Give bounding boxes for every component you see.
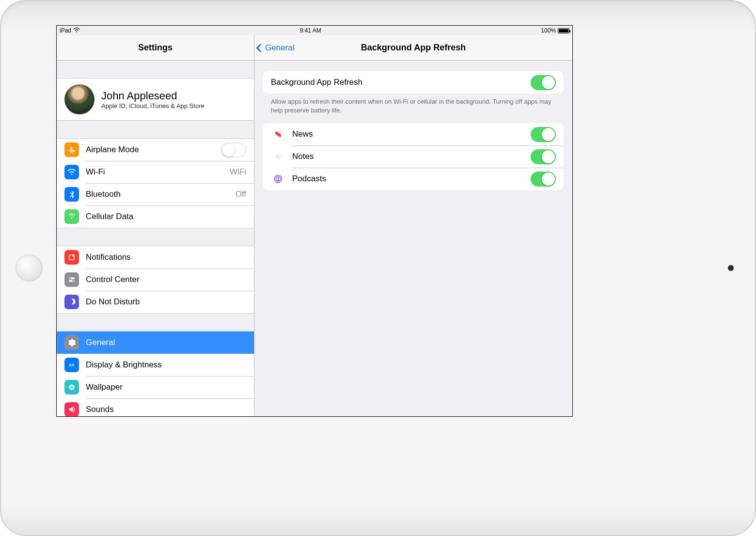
sidebar-item-cellular-data[interactable]: Cellular Data	[57, 205, 254, 228]
device-label: iPad	[60, 27, 71, 34]
sidebar-item-general[interactable]: General	[57, 331, 254, 354]
battery-percent: 100%	[541, 27, 556, 34]
sidebar-item-airplane-mode[interactable]: Airplane Mode	[57, 139, 254, 161]
svg-point-5	[73, 280, 74, 282]
svg-point-4	[70, 278, 71, 279]
app-label: Podcasts	[292, 174, 524, 184]
sidebar-item-label: Wi-Fi	[86, 167, 223, 177]
master-toggle-label: Background App Refresh	[271, 78, 524, 87]
sidebar-item-label: General	[86, 338, 246, 347]
sidebar-item-wallpaper[interactable]: Wallpaper	[57, 376, 254, 398]
gear-icon	[64, 335, 79, 350]
background-app-refresh-row: Background App Refresh	[263, 71, 564, 94]
battery-icon	[558, 28, 569, 33]
detail-pane: General Background App Refresh Backgroun…	[254, 35, 572, 416]
ipad-frame: iPad 9:41 AM 100% Settings	[0, 0, 756, 536]
sidebar-item-label: Display & Brightness	[86, 360, 246, 370]
profile-subtitle: Apple ID, iCloud, iTunes & App Store	[101, 102, 205, 110]
app-label: News	[292, 129, 524, 139]
background-app-refresh-toggle[interactable]	[531, 75, 556, 90]
sidebar-item-notifications[interactable]: Notifications	[57, 246, 254, 268]
detail-header: General Background App Refresh	[254, 35, 572, 61]
settings-sidebar: Settings John Appleseed Apple ID, iCloud…	[57, 35, 254, 416]
news-icon	[271, 127, 285, 142]
back-button[interactable]: General	[254, 43, 294, 53]
status-bar: iPad 9:41 AM 100%	[57, 26, 572, 35]
svg-text:AA: AA	[69, 363, 75, 367]
sidebar-item-label: Sounds	[86, 405, 246, 414]
apps-group: News Notes	[263, 123, 564, 190]
wallpaper-icon	[64, 380, 79, 394]
wifi-settings-icon	[64, 165, 79, 179]
camera-icon	[728, 265, 734, 271]
airplane-mode-toggle[interactable]	[221, 142, 246, 158]
sidebar-item-label: Do Not Disturb	[86, 297, 246, 307]
app-row-notes: Notes	[263, 145, 564, 168]
podcasts-toggle[interactable]	[531, 172, 556, 187]
sidebar-item-display-brightness[interactable]: AA Display & Brightness	[57, 354, 254, 376]
page-title: Background App Refresh	[254, 43, 572, 53]
sidebar-item-bluetooth[interactable]: Bluetooth Off	[57, 183, 254, 205]
cellular-icon	[64, 209, 79, 224]
home-button[interactable]	[16, 254, 43, 282]
wifi-icon	[73, 27, 80, 35]
sidebar-item-label: Bluetooth	[86, 189, 229, 199]
sidebar-item-label: Wallpaper	[86, 382, 246, 392]
sidebar-item-label: Airplane Mode	[86, 145, 214, 155]
app-label: Notes	[292, 152, 524, 161]
airplane-icon	[64, 142, 79, 157]
sidebar-group-3: General AA Display & Brightness	[57, 331, 254, 416]
chevron-left-icon	[256, 44, 265, 52]
sounds-icon	[64, 402, 79, 416]
sidebar-title: Settings	[57, 35, 254, 61]
notes-toggle[interactable]	[531, 149, 556, 164]
display-icon: AA	[64, 358, 79, 372]
back-label: General	[265, 43, 294, 53]
app-row-podcasts: Podcasts	[263, 168, 564, 190]
sidebar-item-sounds[interactable]: Sounds	[57, 398, 254, 416]
podcasts-icon	[271, 172, 285, 186]
sidebar-item-label: Notifications	[86, 252, 246, 262]
sidebar-item-label: Cellular Data	[86, 212, 246, 221]
wifi-value: WiFi	[230, 167, 246, 177]
screen: iPad 9:41 AM 100% Settings	[56, 25, 573, 417]
svg-point-16	[278, 177, 279, 179]
notes-icon	[271, 149, 285, 164]
notifications-icon	[64, 250, 79, 265]
news-toggle[interactable]	[531, 127, 556, 142]
footer-note: Allow apps to refresh their content when…	[263, 94, 564, 123]
sidebar-item-wifi[interactable]: Wi-Fi WiFi	[57, 161, 254, 183]
sidebar-item-do-not-disturb[interactable]: Do Not Disturb	[57, 291, 254, 313]
svg-point-1	[73, 254, 75, 257]
bluetooth-value: Off	[236, 189, 246, 199]
control-center-icon	[64, 272, 79, 287]
sidebar-item-label: Control Center	[86, 275, 246, 284]
sidebar-group-1: Airplane Mode Wi-Fi WiFi	[57, 138, 254, 228]
master-toggle-group: Background App Refresh	[263, 71, 564, 94]
profile-name: John Appleseed	[101, 90, 205, 102]
bluetooth-icon	[64, 187, 79, 202]
sidebar-group-2: Notifications Control Center	[57, 246, 254, 314]
moon-icon	[64, 295, 79, 309]
apple-id-row[interactable]: John Appleseed Apple ID, iCloud, iTunes …	[57, 78, 254, 121]
avatar	[64, 84, 94, 114]
status-time: 9:41 AM	[300, 27, 321, 34]
sidebar-item-control-center[interactable]: Control Center	[57, 268, 254, 291]
app-row-news: News	[263, 123, 564, 145]
